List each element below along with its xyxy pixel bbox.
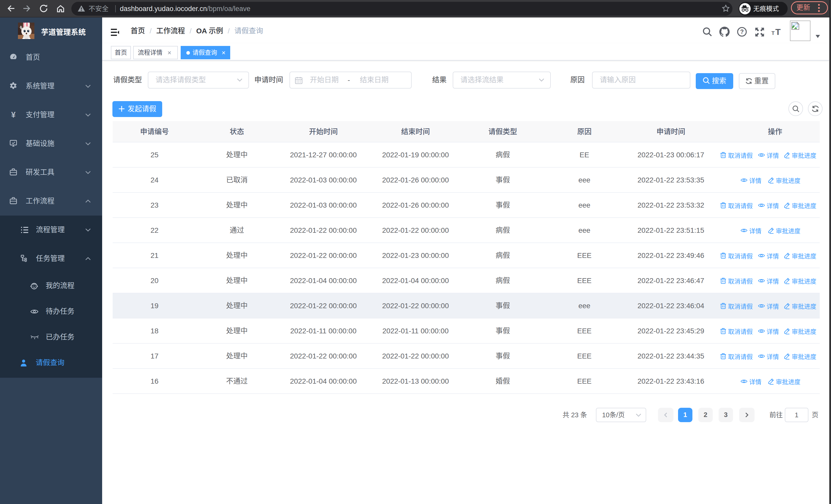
svg-text:¥: ¥ bbox=[11, 111, 16, 119]
svg-text:T: T bbox=[771, 30, 775, 36]
svg-text:?: ? bbox=[740, 28, 744, 35]
svg-text:T: T bbox=[775, 27, 781, 36]
